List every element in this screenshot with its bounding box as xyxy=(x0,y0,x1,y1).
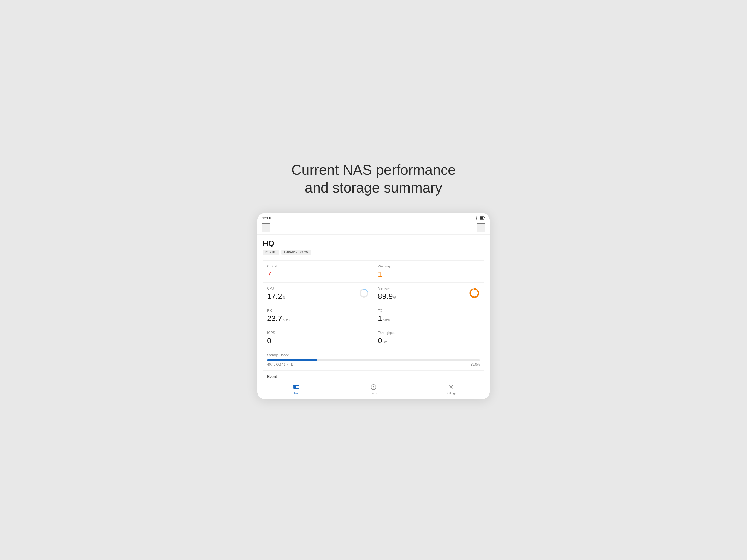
svg-rect-1 xyxy=(481,217,483,219)
svg-rect-2 xyxy=(484,218,485,219)
memory-ring-icon xyxy=(469,288,480,300)
tx-unit: KB/s xyxy=(383,318,390,322)
device-name: HQ xyxy=(263,239,484,248)
event-label: Event xyxy=(267,374,480,379)
rx-unit: KB/s xyxy=(283,318,289,322)
iops-value: 0 xyxy=(267,336,272,345)
cpu-unit: % xyxy=(283,296,286,300)
wifi-icon xyxy=(474,216,479,221)
memory-cell: Memory 89.9 % xyxy=(374,283,484,305)
storage-bar-fill xyxy=(267,359,317,361)
battery-icon xyxy=(480,216,485,221)
storage-info: 407.3 GB / 1.7 TB 23.6% xyxy=(267,362,480,366)
storage-section: Storage Usage 407.3 GB / 1.7 TB 23.6% xyxy=(263,349,484,370)
nav-host[interactable]: Host xyxy=(285,384,307,395)
host-icon xyxy=(293,384,300,390)
device-tags: DS918+ 1780PDN529709 xyxy=(263,250,484,255)
svg-rect-9 xyxy=(297,386,297,386)
status-icons xyxy=(474,216,485,221)
top-nav: ← ⋮ xyxy=(257,222,490,235)
content-area: HQ DS918+ 1780PDN529709 Critical 7 xyxy=(257,235,490,381)
bottom-nav: Host Event xyxy=(257,381,490,399)
storage-pct: 23.6% xyxy=(470,362,480,366)
memory-value: 89.9 xyxy=(378,292,393,301)
cpu-value: 17.2 xyxy=(267,292,282,301)
warning-value-row: 1 xyxy=(378,270,480,279)
warning-value: 1 xyxy=(378,270,382,278)
storage-used: 407.3 GB / 1.7 TB xyxy=(267,362,293,366)
device-frame: 12:00 xyxy=(257,213,490,399)
rx-label: RX xyxy=(267,309,369,312)
svg-point-6 xyxy=(470,289,479,297)
page-wrapper: Current NAS performance and storage summ… xyxy=(251,161,496,399)
warning-cell: Warning 1 xyxy=(374,261,484,283)
svg-point-15 xyxy=(373,387,374,388)
throughput-cell: Throughput 0 B/s xyxy=(374,327,484,349)
svg-rect-11 xyxy=(295,388,297,389)
settings-icon xyxy=(447,384,454,390)
storage-label: Storage Usage xyxy=(267,353,480,357)
event-section: Event xyxy=(263,370,484,381)
throughput-label: Throughput xyxy=(378,331,480,335)
throughput-unit: B/s xyxy=(383,340,387,344)
tx-label: TX xyxy=(378,309,480,312)
tx-cell: TX 1 KB/s xyxy=(374,305,484,327)
memory-label: Memory xyxy=(378,286,480,290)
nav-event[interactable]: Event xyxy=(363,384,384,395)
svg-rect-8 xyxy=(294,386,296,388)
cpu-cell: CPU 17.2 % xyxy=(263,283,374,305)
cpu-value-row: 17.2 % xyxy=(267,292,369,301)
device-serial-tag: 1780PDN529709 xyxy=(281,250,311,255)
more-button[interactable]: ⋮ xyxy=(476,223,485,232)
nav-event-label: Event xyxy=(370,391,377,395)
back-button[interactable]: ← xyxy=(262,223,271,232)
svg-rect-12 xyxy=(295,389,298,389)
status-time: 12:00 xyxy=(262,216,271,220)
critical-value: 7 xyxy=(267,270,272,278)
stats-grid: Critical 7 Warning 1 xyxy=(263,260,484,349)
status-bar: 12:00 xyxy=(257,213,490,222)
critical-value-row: 7 xyxy=(267,270,369,279)
memory-value-row: 89.9 % xyxy=(378,292,480,301)
critical-cell: Critical 7 xyxy=(263,261,374,283)
device-model-tag: DS918+ xyxy=(263,250,279,255)
rx-cell: RX 23.7 KB/s xyxy=(263,305,374,327)
nav-host-label: Host xyxy=(292,391,299,395)
iops-label: IOPS xyxy=(267,331,369,335)
iops-cell: IOPS 0 xyxy=(263,327,374,349)
warning-label: Warning xyxy=(378,264,480,268)
tx-value: 1 xyxy=(378,314,382,323)
throughput-value: 0 xyxy=(378,336,382,345)
svg-point-16 xyxy=(450,386,452,388)
cpu-label: CPU xyxy=(267,286,369,290)
rx-value: 23.7 xyxy=(267,314,282,323)
nav-settings[interactable]: Settings xyxy=(440,384,462,395)
memory-unit: % xyxy=(393,296,396,300)
svg-rect-10 xyxy=(297,387,298,387)
cpu-ring-icon xyxy=(359,288,369,299)
event-nav-icon xyxy=(370,384,377,390)
page-title: Current NAS performance and storage summ… xyxy=(291,161,456,197)
critical-label: Critical xyxy=(267,264,369,268)
nav-settings-label: Settings xyxy=(445,391,456,395)
storage-bar-bg xyxy=(267,359,480,361)
